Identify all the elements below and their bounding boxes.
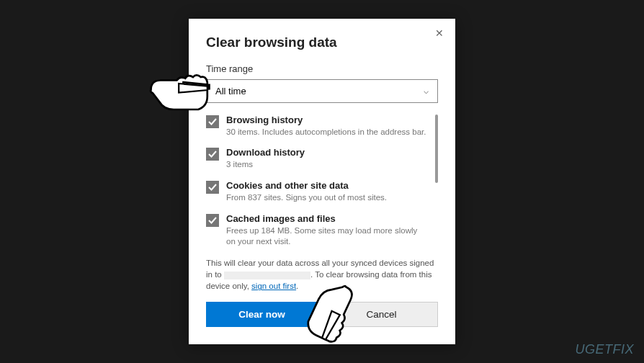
item-desc: Frees up 184 MB. Some sites may load mor… <box>226 225 428 247</box>
checkbox-download-history[interactable] <box>206 148 219 161</box>
cancel-button[interactable]: Cancel <box>325 302 438 327</box>
checkmark-icon <box>208 150 217 158</box>
checkmark-icon <box>208 183 217 192</box>
checkbox-cache[interactable] <box>206 214 219 227</box>
checkbox-cookies[interactable] <box>206 181 219 194</box>
item-title: Cookies and other site data <box>226 180 428 191</box>
redacted-email <box>224 272 310 279</box>
time-range-label: Time range <box>206 63 438 74</box>
item-desc: 3 items <box>226 159 428 170</box>
list-item: Cookies and other site data From 837 sit… <box>206 180 428 203</box>
item-title: Download history <box>226 147 428 158</box>
checkmark-icon <box>208 216 217 225</box>
checkbox-browsing-history[interactable] <box>206 115 219 128</box>
watermark: UGETFIX <box>575 342 634 357</box>
scrollbar[interactable] <box>435 115 438 183</box>
item-title: Browsing history <box>226 115 428 125</box>
time-range-select[interactable]: All time ⌵ <box>206 79 438 103</box>
item-desc: 30 items. Includes autocompletions in th… <box>226 127 428 138</box>
list-item: Download history 3 items <box>206 147 428 170</box>
time-range-value: All time <box>215 86 246 97</box>
checkmark-icon <box>208 117 217 126</box>
sync-warning-text: This will clear your data across all you… <box>206 257 438 292</box>
item-desc: From 837 sites. Signs you out of most si… <box>226 192 428 203</box>
chevron-down-icon: ⌵ <box>424 86 429 96</box>
button-row: Clear now Cancel <box>206 302 438 327</box>
close-icon: ✕ <box>435 27 444 39</box>
item-title: Cached images and files <box>226 213 428 224</box>
list-item: Cached images and files Frees up 184 MB.… <box>206 213 428 247</box>
clear-browsing-data-dialog: ✕ Clear browsing data Time range All tim… <box>189 19 455 345</box>
close-button[interactable]: ✕ <box>432 26 447 40</box>
dialog-title: Clear browsing data <box>206 35 438 50</box>
list-item: Browsing history 30 items. Includes auto… <box>206 115 428 138</box>
data-type-list: Browsing history 30 items. Includes auto… <box>206 115 438 248</box>
clear-now-button[interactable]: Clear now <box>206 302 318 327</box>
sign-out-link[interactable]: sign out first <box>251 282 296 290</box>
